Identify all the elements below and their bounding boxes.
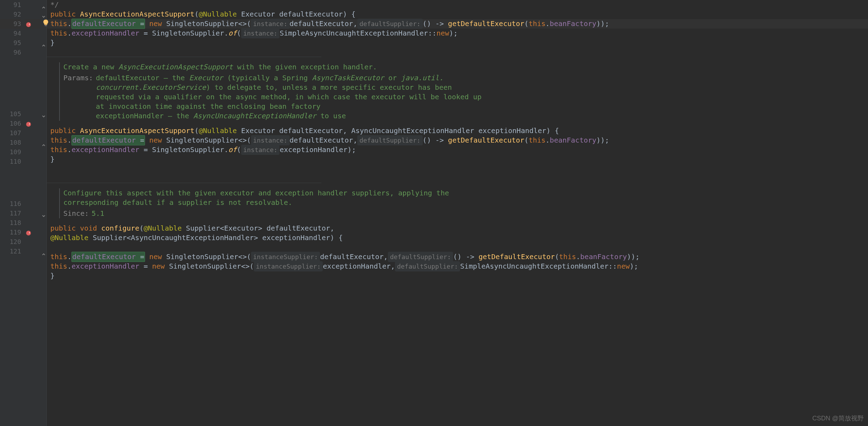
code-line[interactable] [47, 164, 868, 174]
javadoc-block: Configure this aspect with the given exe… [47, 183, 868, 224]
line-number[interactable]: 110 [0, 157, 21, 166]
code-line[interactable] [47, 48, 321, 57]
line-number[interactable]: 121 [0, 246, 21, 256]
line-number[interactable]: 117 [0, 208, 21, 218]
fold-icon[interactable] [42, 140, 46, 144]
intention-bulb-icon[interactable] [42, 19, 50, 29]
line-number[interactable]: 91 [0, 0, 21, 10]
svg-point-2 [26, 231, 31, 236]
breakpoint-icon[interactable] [25, 120, 32, 127]
code-line[interactable]: this.exceptionHandler = SingletonSupplie… [47, 29, 868, 38]
code-line[interactable]: } [47, 271, 868, 281]
fold-icon[interactable] [42, 112, 46, 116]
line-number[interactable]: 93 [0, 19, 21, 29]
javadoc-block: Create a new AsyncExecutionAspectSupport… [47, 57, 868, 126]
code-line[interactable]: */ [47, 0, 868, 10]
line-number[interactable]: 119 [0, 227, 21, 237]
line-number[interactable]: 106 [0, 119, 21, 128]
line-number[interactable]: 108 [0, 138, 21, 147]
watermark: CSDN @简放视野 [812, 414, 864, 423]
fold-icon[interactable] [42, 40, 46, 45]
line-number[interactable]: 116 [0, 199, 21, 208]
line-number[interactable]: 120 [0, 237, 21, 246]
code-line[interactable]: } [47, 38, 868, 48]
line-number[interactable]: 94 [0, 29, 21, 38]
code-line[interactable]: @Nullable Supplier<AsyncUncaughtExceptio… [47, 233, 868, 243]
breakpoint-icon[interactable] [25, 229, 32, 236]
code-line[interactable]: public void configure(@Nullable Supplier… [47, 224, 868, 233]
code-area[interactable]: */ public AsyncExecutionAspectSupport(@N… [47, 0, 868, 426]
line-number[interactable]: 107 [0, 128, 21, 138]
fold-icon[interactable] [42, 2, 46, 7]
code-line[interactable]: this.exceptionHandler = SingletonSupplie… [47, 145, 868, 155]
code-editor: 91 92 93 94 95 96 105 106 107 108 109 11… [0, 0, 868, 426]
code-line[interactable]: } [47, 155, 868, 164]
line-number[interactable]: 96 [0, 48, 21, 57]
code-line[interactable]: public AsyncExecutionAspectSupport(@Null… [47, 10, 868, 19]
fold-icon[interactable] [42, 249, 46, 253]
line-number[interactable]: 105 [0, 109, 21, 119]
breakpoint-icon[interactable] [25, 21, 32, 27]
fold-icon[interactable] [42, 12, 46, 16]
code-line[interactable]: this.defaultExecutor = new SingletonSupp… [47, 19, 868, 29]
line-number[interactable]: 118 [0, 218, 21, 227]
code-line[interactable]: this.exceptionHandler = new SingletonSup… [47, 262, 868, 271]
line-number[interactable]: 92 [0, 10, 21, 19]
line-number[interactable]: 109 [0, 147, 21, 157]
fold-icon[interactable] [42, 211, 46, 215]
svg-point-0 [26, 22, 31, 27]
params-label: Params: [63, 73, 93, 121]
code-line[interactable]: this.defaultExecutor = new SingletonSupp… [47, 136, 868, 145]
code-line[interactable]: public AsyncExecutionAspectSupport(@Null… [47, 126, 868, 136]
svg-point-1 [26, 122, 31, 127]
fold-column [40, 0, 47, 426]
code-line[interactable] [47, 174, 321, 183]
since-label: Since: [63, 209, 89, 218]
svg-rect-3 [45, 25, 47, 26]
code-line[interactable] [47, 243, 868, 252]
line-number-gutter: 91 92 93 94 95 96 105 106 107 108 109 11… [0, 0, 25, 426]
code-line[interactable]: this.defaultExecutor = new SingletonSupp… [47, 252, 868, 262]
line-number[interactable]: 95 [0, 38, 21, 48]
gutter-icons [25, 0, 40, 426]
